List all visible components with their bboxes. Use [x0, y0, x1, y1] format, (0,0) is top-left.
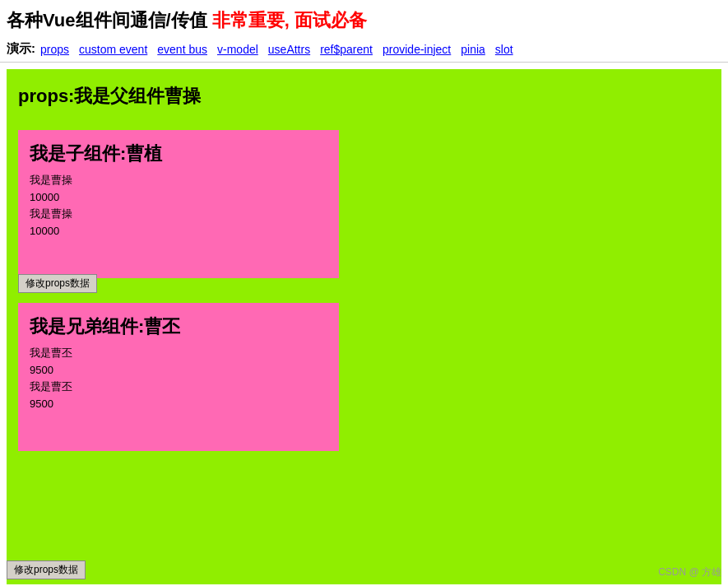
page-header: 各种Vue组件间通信/传值 非常重要, 面试必备: [0, 0, 728, 38]
sibling-section: 我是兄弟组件:曹丕 我是曹丕 9500 我是曹丕 9500: [18, 303, 339, 451]
title-static: 各种Vue组件间通信/传值: [7, 10, 212, 30]
parent-title: props:我是父组件曹操: [18, 84, 710, 109]
child-section: 我是子组件:曹植 我是曹操 10000 我是曹操 10000: [18, 130, 339, 278]
child-data-3: 我是曹操: [30, 207, 327, 221]
sibling-data-1: 我是曹丕: [30, 346, 327, 360]
main-content: props:我是父组件曹操 我是子组件:曹植 我是曹操 10000 我是曹操 1…: [0, 69, 728, 584]
parent-section: props:我是父组件曹操: [7, 69, 721, 123]
sibling-data-4: 9500: [30, 398, 327, 410]
content-area: 我是子组件:曹植 我是曹操 10000 我是曹操 10000 修改props数据…: [7, 123, 721, 584]
sibling-wrap: 我是兄弟组件:曹丕 我是曹丕 9500 我是曹丕 9500: [18, 303, 341, 451]
nav-link-custom-event[interactable]: custom event: [79, 43, 147, 56]
child-data-4: 10000: [30, 225, 327, 237]
footer: 修改props数据 CSDN @ 方雄: [7, 560, 721, 579]
green-right-area: [352, 123, 721, 584]
nav-link-event-bus[interactable]: event bus: [157, 43, 207, 56]
title-highlight: 非常重要, 面试必备: [212, 10, 367, 30]
nav-link-slot[interactable]: slot: [495, 43, 513, 56]
child-wrap: 我是子组件:曹植 我是曹操 10000 我是曹操 10000 修改props数据: [18, 130, 341, 278]
child-title: 我是子组件:曹植: [30, 142, 327, 166]
nav-label: 演示:: [7, 41, 35, 57]
child-data-1: 我是曹操: [30, 173, 327, 188]
sibling-data-3: 我是曹丕: [30, 379, 327, 394]
nav-link-props[interactable]: props: [40, 43, 69, 56]
page-title: 各种Vue组件间通信/传值 非常重要, 面试必备: [7, 8, 721, 33]
sibling-modify-btn[interactable]: 修改props数据: [7, 560, 86, 579]
child-modify-btn[interactable]: 修改props数据: [18, 274, 97, 293]
left-col: 我是子组件:曹植 我是曹操 10000 我是曹操 10000 修改props数据…: [7, 123, 352, 584]
sibling-title: 我是兄弟组件:曹丕: [30, 314, 327, 339]
nav-link-v-model[interactable]: v-model: [217, 43, 258, 56]
nav-link-provide-inject[interactable]: provide-inject: [383, 43, 451, 56]
sibling-data-2: 9500: [30, 364, 327, 376]
nav-bar: 演示: props custom event event bus v-model…: [0, 38, 728, 63]
child-data-2: 10000: [30, 191, 327, 203]
nav-link-ref-parent[interactable]: ref$parent: [320, 43, 373, 56]
footer-text: CSDN @ 方雄: [658, 565, 721, 579]
nav-link-useAttrs[interactable]: useAttrs: [268, 43, 310, 56]
nav-link-pinia[interactable]: pinia: [461, 43, 485, 56]
